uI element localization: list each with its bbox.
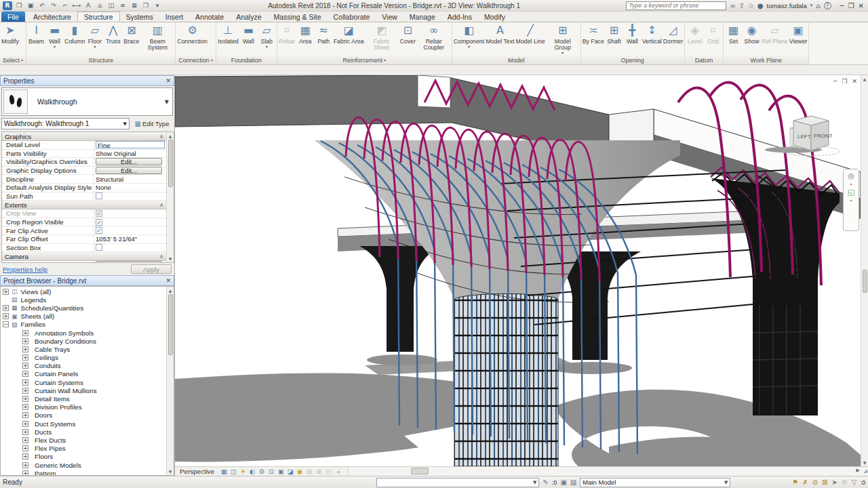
expander-icon[interactable]: + — [22, 429, 28, 435]
exchange-apps-icon[interactable]: ⌂ — [816, 2, 820, 9]
tree-item[interactable]: ▤ Legends — [1, 296, 166, 304]
ribbon-button-rebar-coupler[interactable]: ∞Rebar Coupler — [417, 23, 451, 56]
expander-icon[interactable]: + — [22, 380, 28, 386]
tree-item[interactable]: + Curtain Systems — [1, 378, 166, 386]
tree-item[interactable]: + ◫ Views (all) — [1, 287, 166, 296]
expander-icon[interactable]: + — [22, 338, 28, 344]
ribbon-button-grid[interactable]: ⌗Grid — [704, 23, 722, 56]
section-header-extents[interactable]: Extents∧ — [2, 201, 166, 209]
expander-icon[interactable]: + — [22, 462, 28, 468]
viewport-3d-scene[interactable] — [175, 75, 861, 466]
view-size-icon[interactable]: ▦ — [219, 468, 229, 475]
revit-app-icon[interactable]: R — [3, 1, 12, 10]
ribbon-button-column[interactable]: ▮Column — [64, 23, 85, 56]
view-scale-label[interactable]: Perspective — [175, 468, 219, 475]
ribbon-button-model-line[interactable]: ╱Model Line — [515, 23, 546, 56]
view-minimize-icon[interactable]: ─ — [833, 78, 837, 85]
tree-item[interactable]: + Boundary Conditions — [1, 337, 166, 345]
ribbon-tab[interactable]: Manage — [403, 12, 441, 22]
ribbon-tab[interactable]: Massing & Site — [268, 12, 328, 22]
expander-icon[interactable]: + — [22, 330, 28, 336]
editing-requests-icon[interactable]: ✎ — [542, 479, 548, 486]
properties-scrollbar[interactable]: ▲ ▼ — [166, 132, 174, 262]
ribbon-button-set[interactable]: ▦Set — [724, 23, 743, 56]
tree-item[interactable]: + ▣ Sheets (all) — [1, 312, 166, 321]
expander-icon[interactable]: + — [22, 470, 28, 475]
scroll-down-icon[interactable]: ▼ — [169, 469, 172, 474]
ribbon-tab[interactable]: Analyze — [230, 12, 267, 22]
ribbon-button-beam[interactable]: IBeam — [27, 23, 45, 56]
section-header-camera[interactable]: Camera∧ — [2, 252, 166, 261]
search-icon[interactable]: ∞ — [730, 2, 735, 9]
collapse-icon[interactable]: ◂ — [333, 468, 342, 475]
user-dropdown-icon[interactable]: ▾ — [810, 3, 813, 8]
worksharing-display-icon[interactable]: ⊟ — [304, 468, 314, 475]
ribbon-button-area[interactable]: ▦Area — [296, 23, 315, 56]
tree-item[interactable]: + Doors — [1, 411, 166, 420]
expander-icon[interactable]: + — [3, 313, 9, 319]
ribbon-tab[interactable]: Collaborate — [328, 12, 376, 22]
expander-icon[interactable]: + — [22, 421, 28, 427]
tree-item[interactable]: + Conduits — [1, 362, 166, 370]
ribbon-tab[interactable]: Insert — [159, 12, 189, 22]
chevron-down-icon[interactable]: ▼ — [165, 99, 171, 105]
design-options-icon[interactable]: ▨ — [570, 479, 576, 486]
ribbon-button-show[interactable]: ◉Show — [743, 23, 761, 56]
expander-icon[interactable]: + — [22, 445, 28, 451]
view-close-icon[interactable]: ✕ — [852, 78, 857, 85]
ribbon-tab[interactable]: Structure — [77, 12, 120, 22]
close-hidden-windows-icon[interactable]: ⊠ — [130, 1, 139, 10]
navbar-chevron-icon[interactable]: ▾ — [850, 182, 852, 186]
drawing-area[interactable]: ─ ❐ ✕ LEFT FRONT ◎ ▾ ◱ ▾ ▲ ▼ — [175, 75, 868, 466]
type-selector[interactable]: Walkthrough ▼ — [1, 87, 173, 116]
scroll-up-icon[interactable]: ▲ — [169, 134, 172, 138]
ribbon-button-fabric-sheet[interactable]: ◩Fabric Sheet — [365, 23, 399, 56]
select-underlay-toggle-icon[interactable]: ✗ — [802, 479, 808, 486]
expander-icon[interactable]: + — [22, 396, 28, 402]
minimize-icon[interactable]: ─ — [840, 2, 844, 9]
ribbon-button-by-face[interactable]: ≍By Face — [582, 23, 605, 56]
zoom-chevron-icon[interactable]: ▾ — [850, 198, 852, 203]
save-icon[interactable]: ▣ — [26, 1, 35, 10]
tree-item[interactable]: + Curtain Wall Mullions — [1, 386, 166, 394]
scroll-up-icon[interactable]: ▲ — [169, 288, 172, 293]
tree-item[interactable]: + Floors — [1, 453, 166, 461]
scroll-right-icon[interactable]: ▶ — [856, 468, 860, 473]
text-icon[interactable]: A — [83, 1, 93, 10]
ribbon-tab[interactable]: Architecture — [27, 12, 77, 22]
switch-windows-icon[interactable]: ❐ — [141, 1, 151, 10]
select-by-face-toggle-icon[interactable]: ⊠ — [822, 479, 827, 486]
section-header-graphics[interactable]: Graphics∧ — [2, 132, 166, 141]
ribbon-tab[interactable]: Systems — [120, 12, 159, 22]
close-icon[interactable]: ✕ — [165, 277, 171, 284]
default-3d-view-icon[interactable]: ⌂ — [95, 1, 104, 10]
zoom-region-icon[interactable]: ◱ — [848, 188, 854, 197]
viewport-vertical-scrollbar[interactable]: ▲ ▼ — [861, 75, 868, 466]
tree-item[interactable]: + Ceilings — [1, 354, 166, 362]
expander-icon[interactable]: + — [22, 371, 28, 377]
scroll-down-icon[interactable]: ▼ — [863, 460, 867, 465]
view-restore-icon[interactable]: ❐ — [842, 78, 847, 85]
aligned-dimension-icon[interactable]: ⟷ — [72, 1, 81, 10]
design-option-selector[interactable]: Main Model ▼ — [580, 478, 730, 487]
ribbon-button-brace[interactable]: ⊠Brace — [122, 23, 140, 56]
expander-icon[interactable]: + — [22, 404, 28, 410]
expander-icon[interactable]: + — [22, 437, 28, 443]
ribbon-button-modify[interactable]: ➤Modify — [1, 23, 20, 56]
tree-item[interactable]: + ▦ Schedules/Quantities — [1, 304, 166, 312]
tree-item[interactable]: − ▧ Families — [1, 321, 166, 329]
select-pinned-toggle-icon[interactable]: ⊘ — [812, 479, 818, 486]
ribbon-button-path[interactable]: ≈Path — [315, 23, 333, 56]
ribbon-button-wall[interactable]: ▬Wall▾ — [45, 23, 64, 56]
help-search-input[interactable] — [626, 1, 726, 10]
instance-selector[interactable]: Walkthrough: Walkthrough 1 ▼ — [1, 118, 130, 129]
tree-item[interactable]: + Duct Systems — [1, 420, 166, 428]
open-icon[interactable]: ❒ — [14, 1, 24, 10]
worksets-dialog-icon[interactable]: ▣ — [560, 479, 566, 486]
filter-icon[interactable]: ▽ — [852, 479, 857, 486]
properties-help-link[interactable]: Properties help — [3, 266, 47, 273]
tree-item[interactable]: + Detail Items — [1, 394, 166, 403]
section-icon[interactable]: ◫ — [106, 1, 116, 10]
tree-item[interactable]: + Pattern — [1, 469, 166, 475]
displacement-sets-icon[interactable]: ◰ — [323, 468, 333, 475]
